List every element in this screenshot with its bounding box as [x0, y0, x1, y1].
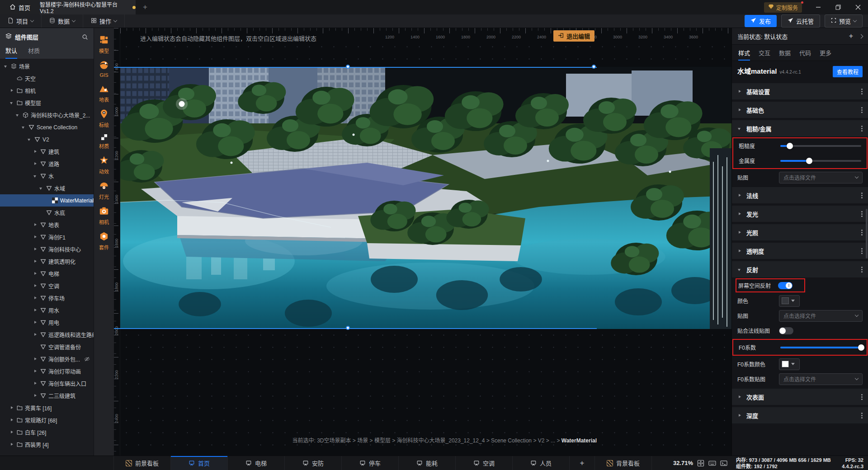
section-reflection[interactable]: 反射 — [732, 261, 868, 277]
tab-interaction[interactable]: 交互 — [759, 45, 770, 61]
tree-item[interactable]: 水底 — [0, 207, 94, 219]
tab-data[interactable]: 数据 — [779, 45, 791, 61]
dashboard-tab[interactable]: 安防 — [285, 456, 342, 470]
scene-3d-render[interactable] — [114, 67, 731, 329]
tab-material[interactable]: 材质 — [28, 46, 40, 59]
dashboard-tab[interactable]: 人员 — [513, 456, 570, 470]
view-tutorial-button[interactable]: 查看教程 — [833, 66, 863, 77]
viewport[interactable]: 1200140016001800200022002400260028003000… — [114, 28, 731, 456]
menu-project[interactable]: 项目 — [0, 14, 42, 28]
expander-icon[interactable] — [737, 413, 742, 418]
tree-item[interactable]: 用电 — [0, 316, 94, 329]
dock-item-effect[interactable]: 动效 — [99, 155, 109, 175]
search-icon[interactable] — [82, 34, 88, 40]
expander-icon[interactable] — [4, 64, 9, 69]
console-icon[interactable] — [720, 460, 727, 466]
dashboard-tab[interactable]: 电梯 — [228, 456, 285, 470]
dashboard-tab[interactable]: 空调 — [456, 456, 513, 470]
dashboard-tab[interactable]: 背景看板 — [595, 456, 652, 470]
kebab-menu-icon[interactable] — [861, 269, 863, 270]
tab-style[interactable]: 样式 — [738, 45, 750, 61]
tree-item[interactable]: 建筑 — [0, 146, 94, 158]
rough-map-file-select[interactable]: 点击选择文件 — [779, 172, 863, 183]
expander-icon[interactable] — [33, 271, 38, 276]
expander-icon[interactable] — [39, 186, 44, 191]
tree-item[interactable]: 道路 — [0, 158, 94, 170]
expander-icon[interactable] — [33, 308, 38, 313]
expander-icon[interactable] — [737, 89, 742, 94]
expander-icon[interactable] — [33, 174, 38, 179]
slider-thumb[interactable] — [787, 143, 793, 149]
expander-icon[interactable] — [21, 125, 26, 130]
tree-item[interactable]: 空调管道备份 — [0, 341, 94, 353]
tree-item[interactable]: 海创科技中心大场景_2... — [0, 109, 94, 121]
home-tab[interactable]: 首页 — [0, 0, 40, 14]
expander-icon[interactable] — [9, 100, 14, 105]
expander-icon[interactable] — [33, 283, 38, 288]
expander-icon[interactable] — [9, 88, 14, 93]
visibility-off-icon[interactable] — [84, 356, 90, 362]
expander-icon[interactable] — [33, 247, 38, 252]
section-subsurface[interactable]: 次表面 — [732, 389, 868, 405]
dock-item-model[interactable]: 模型 — [99, 35, 109, 54]
tree-item[interactable]: 水 — [0, 170, 94, 182]
expander-icon[interactable] — [33, 393, 38, 398]
tree-item[interactable]: Scene Collection — [0, 121, 94, 133]
expander-icon[interactable] — [15, 113, 20, 118]
kebab-menu-icon[interactable] — [861, 91, 863, 92]
kebab-menu-icon[interactable] — [861, 396, 863, 398]
expander-icon[interactable] — [737, 230, 742, 235]
tree-item[interactable]: 海创车辆出入口 — [0, 377, 94, 390]
selection-top-edge[interactable] — [114, 67, 597, 68]
tree-item[interactable]: 模型层 — [0, 97, 94, 109]
expander-icon[interactable] — [33, 222, 38, 227]
dock-item-gis[interactable]: GIS — [99, 60, 109, 78]
tree-item[interactable]: 水域 — [0, 182, 94, 194]
dashboard-tab[interactable]: 能耗 — [399, 456, 456, 470]
tree-item[interactable]: 二三级建筑 — [0, 390, 94, 402]
add-dashboard-button[interactable]: + — [570, 456, 595, 470]
slider-thumb[interactable] — [858, 344, 864, 351]
tree-item[interactable]: 西装男 [4] — [0, 438, 94, 451]
selection-handle-bottom[interactable] — [346, 326, 350, 330]
section-rough-metal[interactable]: 粗糙/金属 — [732, 120, 868, 136]
expander-icon[interactable] — [33, 296, 38, 301]
tab-more[interactable]: 更多 — [820, 45, 831, 61]
tree-item[interactable]: 巡逻路线和逃生路线 — [0, 329, 94, 341]
expander-icon[interactable] — [9, 418, 14, 423]
expander-icon[interactable] — [737, 108, 742, 113]
expander-icon[interactable] — [9, 405, 14, 410]
minimize-button[interactable] — [808, 0, 828, 14]
tree-item[interactable]: 海创额外包... — [0, 353, 94, 365]
expander-icon[interactable] — [737, 193, 742, 198]
document-tab[interactable]: 智慧楼宇-海创科技中心智慧平台Vs1.2 — [40, 0, 136, 14]
tree-item[interactable]: 建筑透明化 — [0, 255, 94, 268]
expander-icon[interactable] — [33, 161, 38, 166]
tree-item[interactable]: 白车 [26] — [0, 426, 94, 438]
selection-handle-top-right[interactable] — [592, 65, 596, 69]
menu-data[interactable]: 数据 — [42, 14, 83, 28]
section-depth[interactable]: 深度 — [732, 407, 868, 423]
tree-item[interactable]: 电梯 — [0, 268, 94, 280]
expander-icon[interactable] — [9, 430, 14, 435]
kebab-menu-icon[interactable] — [861, 109, 863, 111]
tree-item[interactable]: 用水 — [0, 304, 94, 316]
collapse-panel-icon[interactable] — [859, 34, 863, 38]
tree-item[interactable]: 停车场 — [0, 292, 94, 304]
expander-icon[interactable] — [33, 259, 38, 264]
tree-item[interactable]: 常规路灯 [68] — [0, 414, 94, 426]
expander-icon[interactable] — [33, 332, 38, 337]
dock-item-marker[interactable]: 标绘 — [99, 109, 109, 128]
f0-color-picker[interactable] — [779, 358, 800, 370]
add-state-button[interactable]: + — [849, 32, 853, 40]
new-tab-button[interactable]: + — [136, 0, 155, 14]
reflect-map-file-select[interactable]: 点击选择文件 — [779, 310, 863, 322]
section-base-settings[interactable]: 基础设置 — [732, 83, 868, 99]
menu-operate[interactable]: 操作 — [83, 14, 125, 28]
tab-default[interactable]: 默认 — [5, 46, 17, 59]
dock-item-kit[interactable]: 套件 — [99, 231, 109, 251]
metalness-slider[interactable] — [780, 160, 861, 162]
tab-code[interactable]: 代码 — [799, 45, 811, 61]
tree-item[interactable]: 空调 — [0, 280, 94, 292]
tree-item[interactable]: 海创灯带动画 — [0, 365, 94, 377]
